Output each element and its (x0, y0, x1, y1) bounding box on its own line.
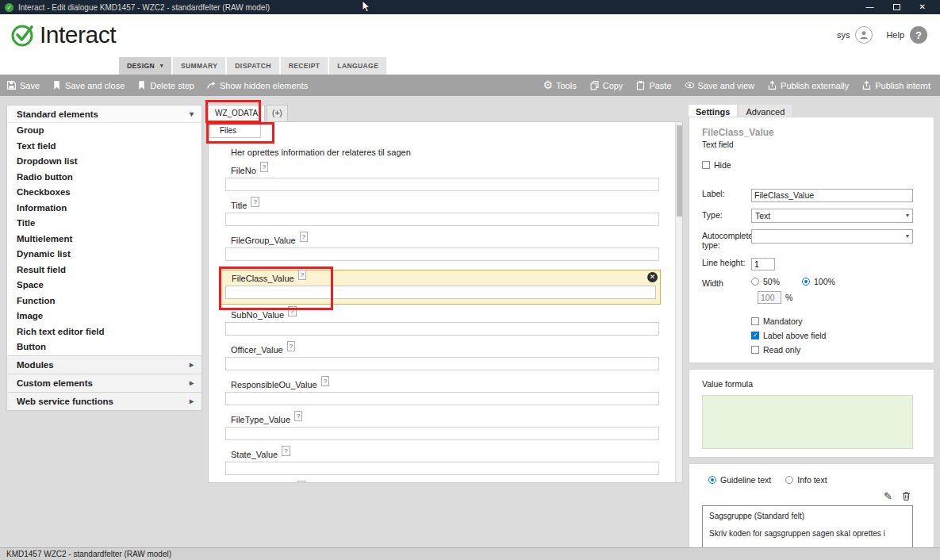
publish-externally-button[interactable]: Publish externally (767, 80, 849, 90)
tab-advanced[interactable]: Advanced (739, 105, 792, 117)
help-badge-icon[interactable]: ? (282, 446, 290, 456)
guideline-text-radio-row[interactable]: Guideline text (708, 475, 771, 485)
width-50-radio-row[interactable]: 50% (751, 277, 780, 286)
save-button[interactable]: Save (6, 80, 40, 90)
help-badge-icon[interactable]: ? (288, 306, 296, 316)
chevron-down-icon[interactable]: ▾ (160, 57, 163, 75)
save-and-close-button[interactable]: Save and close (52, 80, 125, 90)
sidebar-item-function[interactable]: Function (7, 293, 201, 309)
guideline-text-radio[interactable] (708, 476, 716, 484)
field-input[interactable] (225, 286, 656, 299)
help-badge-icon[interactable]: ? (298, 270, 306, 280)
help-badge-icon[interactable]: ? (294, 411, 302, 421)
info-text-radio-row[interactable]: Info text (785, 475, 827, 485)
width-custom-input[interactable] (758, 291, 781, 304)
field-input[interactable] (225, 213, 659, 226)
tab-language[interactable]: LANGUAGE (329, 57, 386, 75)
sidebar-item-space[interactable]: Space (7, 278, 201, 293)
sidebar-item-text-field[interactable]: Text field (7, 139, 201, 155)
minimize-button[interactable]: — (866, 0, 874, 14)
form-field-subno-value[interactable]: SubNo_Value ? (225, 309, 659, 336)
maximize-button[interactable] (893, 4, 900, 10)
autocomplete-select[interactable]: ▾ (751, 229, 913, 244)
tab-dispatch[interactable]: DISPATCH (227, 57, 278, 75)
label-above-field-checkbox[interactable] (751, 332, 759, 339)
sidebar-item-dropdown-list[interactable]: Dropdown list (7, 154, 201, 170)
sidebar-item-information[interactable]: Information (7, 201, 201, 217)
width-100-radio-row[interactable]: 100% (802, 277, 835, 286)
width-50-radio[interactable] (751, 278, 759, 286)
label-above-field-checkbox-row[interactable]: Label above field (751, 331, 913, 340)
form-field-state-value[interactable]: State_Value ? (225, 449, 659, 475)
sidebar-item-radio-button[interactable]: Radio button (7, 170, 201, 186)
tab-receipt[interactable]: RECEIPT (281, 57, 328, 75)
help-icon[interactable]: ? (910, 26, 927, 44)
sidebar-item-dynamic-list[interactable]: Dynamic list (7, 247, 201, 263)
field-input[interactable] (225, 427, 659, 440)
help-badge-icon[interactable]: ? (300, 232, 308, 242)
width-100-radio[interactable] (802, 278, 810, 286)
user-avatar-icon[interactable] (855, 26, 873, 44)
form-field-filetype-value[interactable]: FileType_Value ? (225, 414, 659, 440)
save-and-view-button[interactable]: Save and view (685, 80, 755, 90)
form-field-fileno[interactable]: FileNo ? (225, 165, 659, 191)
form-field-fileclass-value-selected[interactable]: FileClass_Value ? ✕ (221, 270, 661, 305)
help-badge-icon[interactable]: ? (287, 341, 295, 351)
sidebar-item-rich-text-editor-field[interactable]: Rich text editor field (7, 324, 201, 340)
field-input[interactable] (225, 392, 659, 405)
dialog-tab-wz-odata[interactable]: WZ_ODATA (208, 105, 265, 121)
show-hidden-elements-button[interactable]: Show hidden elements (206, 80, 308, 90)
help-badge-icon[interactable]: ? (321, 376, 329, 386)
remove-field-icon[interactable]: ✕ (647, 272, 658, 282)
tab-settings[interactable]: Settings (689, 105, 737, 117)
read-only-checkbox[interactable] (751, 346, 759, 354)
sidebar-item-button[interactable]: Button (7, 339, 201, 355)
tools-button[interactable]: ⚙ Tools (543, 80, 576, 90)
mandatory-checkbox-row[interactable]: Mandatory (751, 316, 913, 326)
field-input[interactable] (225, 462, 659, 475)
type-select[interactable]: Text ▾ (751, 209, 913, 223)
publish-internt-button[interactable]: Publish internt (861, 80, 930, 90)
scrollbar-thumb[interactable] (677, 125, 682, 217)
close-button[interactable]: ✕ (919, 0, 926, 14)
tab-summary[interactable]: SUMMARY (173, 57, 225, 75)
help-link[interactable]: Help (886, 30, 904, 40)
sidebar-header-standard-elements[interactable]: Standard elements ▾ (7, 105, 201, 123)
field-input[interactable] (225, 178, 659, 191)
field-input[interactable] (225, 322, 659, 336)
add-dialog-tab[interactable]: (+) (267, 105, 288, 121)
sidebar-item-checkboxes[interactable]: Checkboxes (7, 185, 201, 201)
sidebar-section-modules[interactable]: Modules ▸ (7, 355, 201, 374)
help-badge-icon[interactable]: ? (260, 162, 268, 172)
tab-design[interactable]: DESIGN ▾ (119, 57, 171, 75)
sidebar-section-custom-elements[interactable]: Custom elements ▸ (7, 374, 201, 392)
delete-trash-icon[interactable] (901, 491, 911, 501)
paste-button[interactable]: Paste (635, 80, 671, 90)
form-field-officer-value[interactable]: Officer_Value ? (225, 344, 659, 370)
form-field-title[interactable]: Title ? (225, 200, 659, 226)
sidebar-item-result-field[interactable]: Result field (7, 263, 201, 278)
mandatory-checkbox[interactable] (751, 317, 759, 325)
help-badge-icon[interactable]: ? (251, 197, 259, 207)
sidebar-item-multielement[interactable]: Multielement (7, 232, 201, 247)
field-input[interactable] (225, 247, 659, 261)
copy-button[interactable]: Copy (589, 80, 623, 90)
read-only-checkbox-row[interactable]: Read only (751, 345, 913, 355)
field-input[interactable] (225, 357, 659, 370)
hide-checkbox[interactable] (702, 161, 710, 169)
form-field-responsibleou-value[interactable]: ResponsibleOu_Value ? (225, 379, 659, 405)
canvas-scrollbar[interactable] (675, 122, 682, 482)
delete-step-button[interactable]: Delete step (136, 80, 194, 90)
hide-checkbox-row[interactable]: Hide (702, 160, 913, 170)
line-height-input[interactable] (751, 258, 775, 270)
help-badge-icon[interactable]: ? (297, 481, 305, 483)
sidebar-item-title[interactable]: Title (7, 216, 201, 232)
sidebar-item-group[interactable]: Group (7, 123, 201, 139)
value-formula-textarea[interactable] (702, 395, 913, 449)
info-text-radio[interactable] (785, 476, 793, 484)
edit-pencil-icon[interactable]: ✎ (884, 491, 892, 501)
form-field-filegroup-value[interactable]: FileGroup_Value ? (225, 235, 659, 261)
step-tab-files[interactable]: Files (209, 123, 261, 138)
sidebar-section-web-service-functions[interactable]: Web service functions ▸ (7, 392, 201, 410)
sidebar-item-image[interactable]: Image (7, 309, 201, 324)
